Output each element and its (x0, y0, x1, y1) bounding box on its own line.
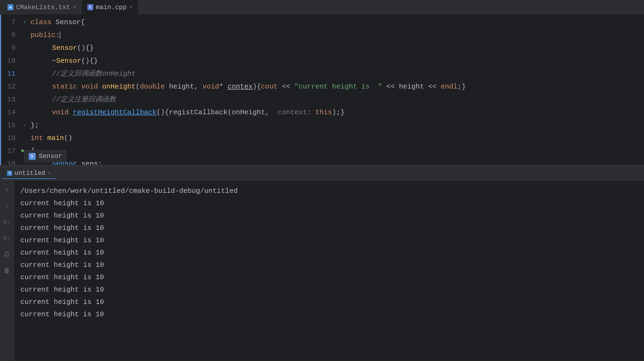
scroll-end-icon[interactable]: ≡↓ (2, 233, 12, 244)
tab-cmake[interactable]: ▲ CMakeLists.txt × (2, 0, 81, 14)
terminal-output-4: current height is 10 (20, 234, 638, 246)
terminal-output-2: current height is 10 (20, 209, 638, 222)
code-line-19: Sensor sens; (29, 157, 644, 165)
code-line-12: static void onHeight(double height, void… (29, 80, 644, 93)
terminal-output-9: current height is 10 (20, 296, 638, 308)
terminal-output-1: current height is 10 (20, 197, 638, 209)
fold-icon-15[interactable]: ▿ (23, 119, 26, 132)
scroll-down-icon[interactable]: ↓ (2, 201, 12, 212)
code-line-8: public: (29, 29, 644, 42)
terminal-tab-close[interactable]: × (47, 171, 50, 176)
terminal-tab-bar: S untitled × (0, 167, 644, 180)
code-line-7: class Sensor{ (29, 16, 644, 29)
terminal-output-8: current height is 10 (20, 283, 638, 296)
code-line-13: //定义注册回调函数 (29, 93, 644, 106)
terminal-content[interactable]: /Users/chen/work/untitled/cmake-build-de… (14, 180, 644, 361)
print-icon[interactable]: ⎙ (2, 249, 12, 260)
code-line-10: ~Sensor(){} (29, 54, 644, 67)
terminal-output-10: current height is 10 (20, 308, 638, 321)
terminal-body: ↑ ↓ ≡↑ ≡↓ ⎙ 🗑 /Users/chen/work/untitled/… (0, 180, 644, 361)
terminal-output-7: current height is 10 (20, 271, 638, 283)
cmake-icon: ▲ (8, 4, 13, 10)
autocomplete-popup[interactable]: S Sensor (24, 150, 66, 162)
editor-area: 7 8 9 10 11 12 13 14 15 16 17 18 19 20 2… (0, 15, 644, 165)
code-line-17: int main() (29, 132, 644, 145)
cmake-tab-label: CMakeLists.txt (16, 4, 70, 11)
autocomplete-class-icon: S (29, 153, 36, 160)
code-line-15: }; (29, 119, 644, 132)
scroll-up-icon[interactable]: ↑ (2, 185, 12, 196)
main-tab-label: main.cpp (96, 4, 127, 11)
terminal-tab-untitled[interactable]: S untitled × (2, 168, 55, 179)
clear-icon[interactable]: 🗑 (2, 265, 12, 276)
fold-icon-7[interactable]: ▾ (23, 16, 26, 29)
terminal-output-3: current height is 10 (20, 222, 638, 234)
text-cursor (60, 31, 60, 39)
terminal-output-5: current height is 10 (20, 246, 638, 259)
tab-bar: ▲ CMakeLists.txt × C main.cpp × (0, 0, 644, 15)
terminal-path-line: /Users/chen/work/untitled/cmake-build-de… (20, 185, 638, 197)
code-line-14: void registHeightCallback(){registCallba… (29, 106, 644, 119)
terminal-panel: S untitled × ↑ ↓ ≡↑ ≡↓ ⎙ 🗑 /Users/chen/w… (0, 167, 644, 361)
cmake-tab-close[interactable]: × (73, 4, 76, 10)
autocomplete-label: Sensor (39, 153, 62, 160)
terminal-sidebar: ↑ ↓ ≡↑ ≡↓ ⎙ 🗑 (0, 180, 14, 361)
code-line-18: { (29, 145, 644, 157)
tab-main[interactable]: C main.cpp × (82, 0, 138, 14)
line-numbers: 7 8 9 10 11 12 13 14 15 16 17 18 19 20 2… (1, 15, 20, 165)
fold-gutter: ▾ ▿ ▶▾ ▿ (20, 15, 29, 165)
terminal-tab-icon: S (7, 171, 12, 176)
code-content[interactable]: class Sensor{ public: Sensor(){} ~Sensor… (29, 15, 644, 165)
code-line-9: Sensor(){} (29, 42, 644, 54)
terminal-output-6: current height is 10 (20, 259, 638, 271)
main-tab-close[interactable]: × (129, 4, 133, 10)
cpp-icon: C (87, 4, 93, 10)
wrap-icon[interactable]: ≡↑ (2, 217, 12, 228)
terminal-tab-label: untitled (14, 170, 45, 177)
code-line-11: //定义回调函数onHeight (29, 67, 644, 80)
